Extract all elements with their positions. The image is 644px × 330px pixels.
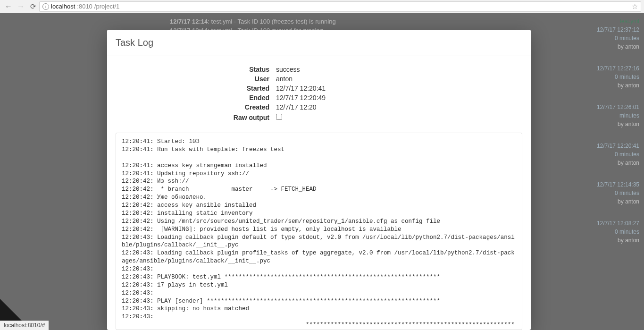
modal-body: Status success User anton Started 12/7/1… [107, 56, 531, 127]
started-value: 12/7/17 12:20:41 [276, 84, 326, 93]
status-grid: Status success User anton Started 12/7/1… [144, 65, 326, 122]
browser-status-bar: localhost:8010/# [0, 321, 49, 330]
status-value: success [276, 65, 326, 74]
created-value: 12/7/17 12:20 [276, 102, 326, 112]
log-output[interactable]: 12:20:41: Started: 103 12:20:41: Run tas… [116, 133, 522, 330]
nav-arrows: ← → [3, 2, 26, 11]
ended-label: Ended [144, 93, 276, 102]
url-bar[interactable]: i localhost:8010/project/1 ☆ [39, 1, 641, 12]
corner-triangle [0, 299, 23, 322]
back-button[interactable]: ← [5, 2, 12, 11]
ended-value: 12/7/17 12:20:49 [276, 93, 326, 102]
url-path: /project/1 [94, 3, 119, 10]
user-value: anton [276, 74, 326, 84]
modal-title: Task Log [107, 30, 531, 56]
url-host: localhost [51, 3, 75, 10]
created-label: Created [144, 102, 276, 112]
url-port: :8010 [77, 3, 92, 10]
raw-output-label: Raw output [144, 112, 276, 122]
user-label: User [144, 74, 276, 84]
raw-output-checkbox[interactable] [276, 114, 282, 120]
browser-toolbar: ← → ⟳ i localhost:8010/project/1 ☆ [0, 0, 644, 13]
reload-button[interactable]: ⟳ [30, 2, 36, 11]
started-label: Started [144, 84, 276, 93]
bookmark-star-icon[interactable]: ☆ [632, 2, 638, 11]
status-label: Status [144, 65, 276, 74]
task-log-modal: Task Log Status success User anton Start… [107, 30, 531, 330]
forward-button[interactable]: → [17, 2, 25, 11]
site-info-icon[interactable]: i [42, 3, 49, 10]
